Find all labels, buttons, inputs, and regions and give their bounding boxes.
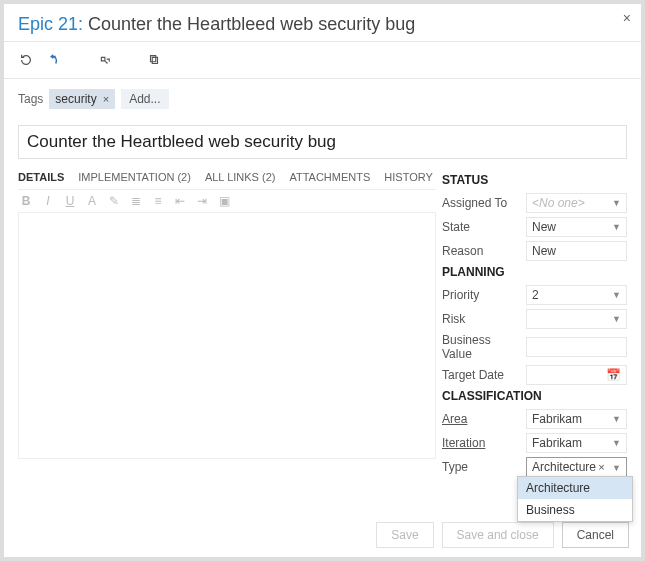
- title-input[interactable]: Counter the Heartbleed web security bug: [18, 125, 627, 159]
- work-item-header: Epic 21: Counter the Heartbleed web secu…: [4, 4, 641, 42]
- status-heading: STATUS: [442, 173, 627, 187]
- priority-label: Priority: [442, 288, 522, 302]
- planning-heading: PLANNING: [442, 265, 627, 279]
- tags-label: Tags: [18, 92, 43, 106]
- tag-security[interactable]: security ×: [49, 89, 115, 109]
- tag-remove-icon[interactable]: ×: [103, 93, 109, 105]
- add-tag-button[interactable]: Add...: [121, 89, 168, 109]
- bold-icon[interactable]: B: [18, 193, 34, 209]
- tags-row: Tags security × Add...: [4, 79, 641, 119]
- iteration-value: Fabrikam: [532, 436, 582, 450]
- chevron-down-icon: ▼: [612, 438, 621, 448]
- chevron-down-icon: ▼: [612, 314, 621, 324]
- tab-implementation[interactable]: IMPLEMENTATION (2): [78, 169, 191, 185]
- priority-value: 2: [532, 288, 539, 302]
- chevron-down-icon: ▼: [612, 290, 621, 300]
- type-option-architecture[interactable]: Architecture: [518, 477, 632, 499]
- type-label: Type: [442, 460, 522, 474]
- number-list-icon[interactable]: ≡: [150, 193, 166, 209]
- format-toolbar: B I U A ✎ ≣ ≡ ⇤ ⇥ ▣: [18, 189, 436, 213]
- state-value: New: [532, 220, 556, 234]
- epic-title: Counter the Heartbleed web security bug: [88, 14, 415, 34]
- reason-label: Reason: [442, 244, 522, 258]
- reason-field[interactable]: New: [526, 241, 627, 261]
- toolbar: [4, 42, 641, 79]
- font-color-icon[interactable]: A: [84, 193, 100, 209]
- type-option-business[interactable]: Business: [518, 499, 632, 521]
- tab-bar: DETAILS IMPLEMENTATION (2) ALL LINKS (2)…: [18, 169, 436, 185]
- epic-id: Epic 21:: [18, 14, 83, 34]
- indent-icon[interactable]: ⇥: [194, 193, 210, 209]
- chevron-down-icon: ▼: [612, 198, 621, 208]
- type-dropdown[interactable]: Architecture Business: [517, 476, 633, 522]
- cancel-button[interactable]: Cancel: [562, 522, 629, 548]
- area-label: Area: [442, 412, 522, 426]
- chevron-down-icon: ▼: [612, 414, 621, 424]
- tab-all-links[interactable]: ALL LINKS (2): [205, 169, 276, 185]
- assigned-to-field[interactable]: <No one> ▼: [526, 193, 627, 213]
- save-and-close-button[interactable]: Save and close: [442, 522, 554, 548]
- chevron-down-icon: ▼: [612, 222, 621, 232]
- calendar-icon[interactable]: 📅: [606, 368, 621, 382]
- tab-attachments[interactable]: ATTACHMENTS: [289, 169, 370, 185]
- clear-icon[interactable]: ×: [598, 461, 604, 473]
- type-value: Architecture: [532, 460, 596, 474]
- target-date-label: Target Date: [442, 368, 522, 382]
- assigned-to-label: Assigned To: [442, 196, 522, 210]
- outdent-icon[interactable]: ⇤: [172, 193, 188, 209]
- type-field[interactable]: Architecture × ▼: [526, 457, 627, 477]
- bullet-list-icon[interactable]: ≣: [128, 193, 144, 209]
- description-editor[interactable]: [18, 213, 436, 459]
- state-field[interactable]: New ▼: [526, 217, 627, 237]
- undo-icon[interactable]: [46, 52, 62, 68]
- risk-field[interactable]: ▼: [526, 309, 627, 329]
- target-date-field[interactable]: 📅: [526, 365, 627, 385]
- iteration-field[interactable]: Fabrikam ▼: [526, 433, 627, 453]
- close-icon[interactable]: ×: [623, 10, 631, 26]
- tag-text: security: [55, 92, 96, 106]
- risk-label: Risk: [442, 312, 522, 326]
- italic-icon[interactable]: I: [40, 193, 56, 209]
- link-icon[interactable]: [96, 52, 112, 68]
- state-label: State: [442, 220, 522, 234]
- iteration-label: Iteration: [442, 436, 522, 450]
- save-button[interactable]: Save: [376, 522, 433, 548]
- clear-format-icon[interactable]: ✎: [106, 193, 122, 209]
- assigned-to-placeholder: <No one>: [532, 196, 585, 210]
- dialog-footer: Save Save and close Cancel: [376, 522, 629, 548]
- classification-heading: CLASSIFICATION: [442, 389, 627, 403]
- area-field[interactable]: Fabrikam ▼: [526, 409, 627, 429]
- business-value-label: Business Value: [442, 333, 522, 361]
- priority-field[interactable]: 2 ▼: [526, 285, 627, 305]
- chevron-down-icon: ▼: [612, 463, 621, 473]
- area-value: Fabrikam: [532, 412, 582, 426]
- underline-icon[interactable]: U: [62, 193, 78, 209]
- refresh-icon[interactable]: [18, 52, 34, 68]
- tab-history[interactable]: HISTORY: [384, 169, 433, 185]
- copy-icon[interactable]: [146, 52, 162, 68]
- reason-value: New: [532, 244, 556, 258]
- image-icon[interactable]: ▣: [216, 193, 232, 209]
- business-value-field[interactable]: [526, 337, 627, 357]
- tab-details[interactable]: DETAILS: [18, 169, 64, 185]
